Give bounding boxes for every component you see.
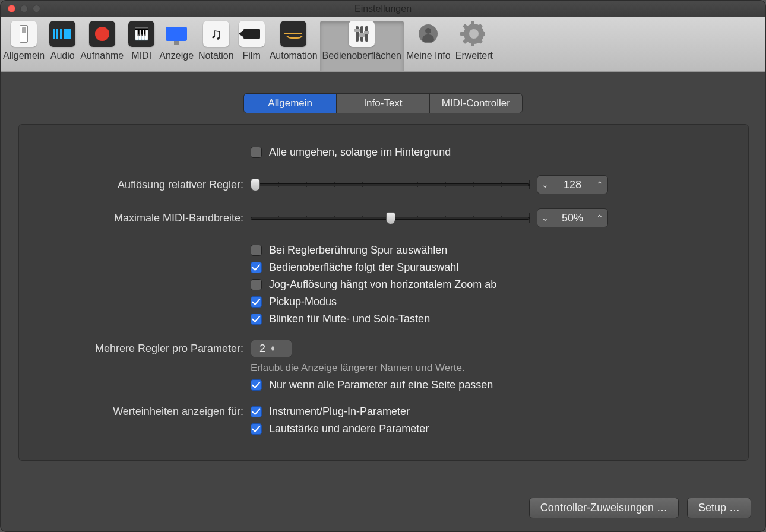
tab-label: Aufnahme [80,50,124,61]
controller-assignments-button[interactable]: Controller-Zuweisungen … [529,498,679,518]
minimize-icon[interactable] [20,5,28,12]
tab-label: Film [243,50,261,61]
stepper-bandwidth[interactable]: ⌄ 50% ⌃ [537,208,608,227]
slider-thumb[interactable] [251,179,260,191]
setup-button[interactable]: Setup … [687,498,751,518]
slider-resolution[interactable] [251,178,530,192]
tab-label: Allgemein [3,50,45,61]
footer: Controller-Zuweisungen … Setup … [529,498,751,518]
seg-midi-controller[interactable]: MIDI-Controller [430,94,522,113]
checkbox-follow-track[interactable] [251,262,262,273]
tab-advanced[interactable]: Erweitert [453,21,495,61]
tab-automation[interactable]: Automation [267,21,320,61]
stepper-value: 128 [553,179,592,191]
toolbar: Allgemein Audio Aufnahme 🎹 MIDI Anzeige … [1,17,765,72]
tab-label: Anzeige [159,50,194,61]
content-area: Allgemein Info-Text MIDI-Controller Alle… [1,72,765,479]
tab-label: Audio [50,50,75,61]
titlebar: Einstellungen [1,1,765,17]
slider-thumb[interactable] [386,212,395,224]
tab-label: Notation [198,50,234,61]
automation-icon [280,21,306,47]
tab-score[interactable]: ♫ Notation [196,21,236,61]
checkbox-only-when-fit[interactable] [251,379,262,391]
chevron-updown-icon: ▲▼ [270,346,276,352]
display-icon [163,21,189,47]
tab-midi[interactable]: 🎹 MIDI [126,21,157,61]
checkbox-touch-select[interactable] [251,245,262,256]
label-show-value-units: Werteinheiten anzeigen für: [55,406,251,418]
zoom-icon[interactable] [33,5,40,12]
camera-icon [239,21,265,47]
preferences-window: Einstellungen Allgemein Audio Aufnahme 🎹… [0,0,766,532]
switch-icon [11,21,37,47]
stepper-down-icon[interactable]: ⌄ [537,180,553,189]
label-multiple-controls: Mehrere Regler pro Parameter: [55,343,251,355]
checkbox-pickup-mode[interactable] [251,296,262,308]
tab-recording[interactable]: Aufnahme [78,21,126,61]
tab-my-info[interactable]: Meine Info [404,21,453,61]
waveform-icon [49,21,75,47]
tab-label: Bedienoberflächen [322,50,401,61]
tab-label: Erweitert [455,50,493,61]
label-resolution: Auflösung relativer Regler: [55,179,251,191]
checkbox-label: Blinken für Mute- und Solo-Tasten [269,313,430,325]
checkbox-volume-other[interactable] [251,423,262,435]
hint-multiple-controls: Erlaubt die Anzeige längerer Namen und W… [251,362,465,374]
checkbox-label: Lautstärke und andere Parameter [269,423,429,435]
checkbox-label: Bei Reglerberührung Spur auswählen [269,244,447,256]
person-icon [415,21,441,47]
stepper-down-icon[interactable]: ⌄ [537,213,553,223]
score-icon: ♫ [203,21,229,47]
label-bandwidth: Maximale MIDI-Bandbreite: [55,212,251,224]
checkbox-label: Bedienoberfläche folgt der Spurauswahl [269,261,458,274]
tab-label: MIDI [131,50,151,61]
checkbox-blink-mute-solo[interactable] [251,314,262,325]
close-icon[interactable] [8,5,15,12]
stepper-up-icon[interactable]: ⌃ [592,213,607,223]
seg-tooltip[interactable]: Info-Text [337,94,429,113]
stepper-resolution[interactable]: ⌄ 128 ⌃ [537,175,608,194]
tab-label: Automation [270,50,318,61]
select-multiple-controls[interactable]: 2 ▲▼ [251,340,292,357]
segmented-control: Allgemein Info-Text MIDI-Controller [243,93,523,113]
checkbox-label: Instrument/Plug-In-Parameter [269,406,410,418]
window-title: Einstellungen [354,4,412,14]
tab-audio[interactable]: Audio [47,21,78,61]
settings-panel: Alle umgehen, solange im Hintergrund Auf… [18,124,749,461]
faders-icon [349,21,375,47]
checkbox-label: Pickup-Modus [269,296,337,308]
gear-icon [461,21,487,47]
select-value: 2 [259,343,265,355]
tab-general[interactable]: Allgemein [1,21,47,61]
checkbox-label: Alle umgehen, solange im Hintergrund [269,146,451,159]
checkbox-bypass-background[interactable] [251,147,262,158]
tab-movie[interactable]: Film [236,21,267,61]
checkbox-instrument-plugin[interactable] [251,406,262,417]
checkbox-jog-zoom[interactable] [251,279,262,290]
tab-label: Meine Info [406,50,451,61]
tab-control-surfaces[interactable]: Bedienoberflächen [320,21,404,72]
stepper-up-icon[interactable]: ⌃ [592,180,607,189]
slider-bandwidth[interactable] [251,211,530,225]
checkbox-label: Nur wenn alle Parameter auf eine Seite p… [269,379,493,391]
midi-icon: 🎹 [128,21,154,47]
stepper-value: 50% [553,212,592,224]
seg-general[interactable]: Allgemein [244,94,337,113]
record-icon [89,21,115,47]
window-controls [8,5,40,12]
tab-display[interactable]: Anzeige [157,21,196,61]
checkbox-label: Jog-Auflösung hängt von horizontalem Zoo… [269,278,496,291]
